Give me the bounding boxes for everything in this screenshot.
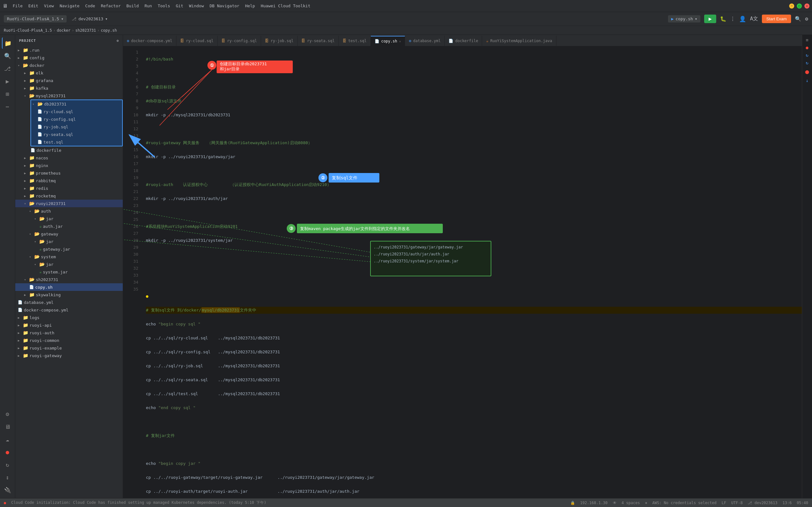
tree-item-system-jar-folder[interactable]: ▾ 📂 jar [15,261,123,268]
debug-icon[interactable]: 🐛 [720,16,726,22]
tree-item-kafka[interactable]: ▶ 📁 kafka [15,84,123,92]
tree-item-nacos[interactable]: ▶ 📁 nacos [15,154,123,162]
project-selector[interactable]: RuoYi-Cloud-PlusA_1.5 ▾ [4,15,67,22]
tree-item-ry-seata-sql[interactable]: 📄 ry-seata.sql [31,130,122,138]
tree-item-rocketmq[interactable]: ▶ 📁 rocketmq [15,192,123,200]
menu-code[interactable]: Code [83,2,98,9]
sidebar-icon-error[interactable]: ● [2,446,13,458]
tree-item-auth[interactable]: ▾ 📂 auth [15,207,123,215]
gear-icon[interactable]: ⚙ [116,39,119,43]
menu-refactor[interactable]: Refactor [98,2,123,9]
tree-item-ruoyi-example[interactable]: ▶ 📁 ruoyi-example [15,344,123,352]
tree-item-mysql2023731[interactable]: ▾ 📂 mysql2023731 [15,92,123,100]
sidebar-icon-run[interactable]: ▶ [2,75,13,87]
run-file-selector[interactable]: ▶ copy.sh ▾ [668,15,700,22]
warning-icon[interactable]: ↻ [806,53,808,58]
sidebar-icon-more[interactable]: ⋯ [2,101,13,112]
aws-status[interactable]: AWS: No credentials selected [653,501,716,505]
menu-run[interactable]: Run [142,2,154,9]
menu-huawei[interactable]: Huawei Cloud Toolkit [258,2,313,9]
run-button[interactable]: ▶ [704,14,716,23]
breadcrumb-item[interactable]: docker [57,28,70,33]
tree-item-ry-cloud-sql[interactable]: 📄 ry-cloud.sql [31,108,122,115]
user-icon[interactable]: 👤 [739,15,746,22]
sidebar-icon-plugins[interactable]: 🔌 [2,484,13,496]
tab-ruoyi-system-application[interactable]: ☕ RuoYiSystemApplication.java [482,36,556,46]
tree-item-test-sql[interactable]: 📄 test.sql [31,138,122,146]
sidebar-icon-settings[interactable]: ⚙ [2,408,13,419]
git-diff-icon[interactable]: ≡ [806,38,808,43]
start-exam-button[interactable]: Start Exam [762,14,791,23]
tree-item-auth-jar-folder[interactable]: ▾ 📂 jar [15,215,123,222]
tree-item-ruoyi-api[interactable]: ▶ 📁 ruoyi-api [15,321,123,329]
settings-icon[interactable]: ⚙ [805,16,808,22]
tree-item-gateway[interactable]: ▾ 📂 gateway [15,230,123,238]
tree-item-gateway-jar-folder[interactable]: ▾ 📂 jar [15,238,123,245]
tab-ry-cloud-sql[interactable]: 🗄 ry-cloud.sql [176,36,217,46]
menu-edit[interactable]: Edit [26,2,41,9]
menu-db-navigator[interactable]: DB Navigator [207,2,242,9]
more-options-icon[interactable]: ⋮ [730,16,735,22]
tab-ry-seata-sql[interactable]: 🗄 ry-seata.sql [298,36,339,46]
line-ending[interactable]: LF [722,501,726,505]
search-icon[interactable]: 🔍 [795,16,801,22]
tree-item-nginx[interactable]: ▶ 📁 nginx [15,162,123,169]
code-view[interactable]: #!/bin/bash # 创建目标目录 #db存放sql源文件 mkdir -… [141,46,802,498]
tab-docker-compose-yml[interactable]: ⚙ docker-compose.yml [123,36,176,46]
tree-item-elk[interactable]: ▶ 📁 elk [15,69,123,77]
tree-item-ruoyi-common[interactable]: ▶ 📁 ruoyi-common [15,337,123,344]
info-icon[interactable]: ↻ [806,60,808,65]
branch-selector[interactable]: ⎇ dev2023613 ▾ [72,16,107,21]
tree-item-redis[interactable]: ▶ 📁 redis [15,184,123,192]
arrow-icon[interactable]: ↓ [806,78,808,83]
tree-item-docker-compose-yml[interactable]: 📄 docker-compose.yml [15,306,123,314]
tab-copy-sh[interactable]: 📄 copy.sh ✕ [371,36,405,46]
sidebar-icon-project[interactable]: 📁 [2,38,13,49]
tree-item-system[interactable]: ▾ 📂 system [15,253,123,261]
close-button[interactable]: ✕ [804,3,809,9]
tab-close-icon[interactable]: ✕ [399,40,401,43]
tree-item-docker[interactable]: ▾ 📂 docker [15,61,123,69]
tree-item-gateway-jar[interactable]: ☕ gateway.jar [15,245,123,253]
tree-item-ry-job-sql[interactable]: 📄 ry-job.sql [31,123,122,130]
tree-item-ruoyi-auth[interactable]: ▶ 📁 ruoyi-auth [15,329,123,337]
error-dot-icon[interactable]: ● [805,68,809,75]
tree-item-ruoyi-gateway[interactable]: ▶ 📁 ruoyi-gateway [15,352,123,359]
tab-ry-config-sql[interactable]: 🗄 ry-config.sql [217,36,261,46]
sidebar-icon-search[interactable]: 🔍 [2,50,13,61]
sidebar-icon-git2[interactable]: ↕ [2,471,13,483]
sidebar-icon-extensions[interactable]: ⊞ [2,88,13,100]
tree-item-rabbitmq[interactable]: ▶ 📁 rabbitmq [15,177,123,184]
tree-item-ry-config-sql[interactable]: 📄 ry-config.sql [31,115,122,123]
tree-item-prometheus[interactable]: ▶ 📁 prometheus [15,169,123,177]
tree-item-database-yml[interactable]: 📄 database.yml [15,298,123,306]
breadcrumb-item[interactable]: RuoYi-Cloud-PlusA_1.5 [4,28,52,33]
tree-item-system-jar[interactable]: ☕ system.jar [15,268,123,276]
sidebar-icon-cloud[interactable]: ☁ [2,434,13,445]
tree-item-grafana[interactable]: ▶ 📁 grafana [15,77,123,84]
tree-item-copy-sh[interactable]: 📄 copy.sh [15,283,123,291]
menu-git[interactable]: Git [173,2,186,9]
tree-item-logs[interactable]: ▶ 📁 logs [15,314,123,321]
tree-item-config[interactable]: ▶ 📁 config [15,54,123,61]
menu-view[interactable]: View [42,2,56,9]
sidebar-icon-reload[interactable]: ↻ [2,459,13,470]
maximize-button[interactable]: □ [797,3,802,9]
branch-indicator[interactable]: ⎇ dev2023613 [748,501,777,505]
translate-icon[interactable]: A文 [750,15,758,22]
menu-build[interactable]: Build [124,2,142,9]
menu-tools[interactable]: Tools [155,2,172,9]
tree-item-ruoyi2023731[interactable]: ▾ 📂 ruoyi2023731 [15,200,123,207]
tab-test-sql[interactable]: 🗄 test.sql [339,36,371,46]
encoding[interactable]: UTF-8 [731,501,743,505]
tree-item-skywalking[interactable]: ▶ 📁 skywalking [15,291,123,298]
tree-item-run[interactable]: ▶ 📁 .run [15,46,123,54]
tree-item-sh2023731[interactable]: ▾ 📂 sh2023731 [15,276,123,283]
breadcrumb-item[interactable]: copy.sh [101,28,117,33]
tree-item-auth-jar[interactable]: ☕ auth.jar [15,222,123,230]
tree-item-dockerfile[interactable]: 📄 dockerfile [15,147,123,154]
menu-help[interactable]: Help [243,2,258,9]
menu-file[interactable]: File [10,2,25,9]
tab-dockerfile[interactable]: 📄 dockerfile [445,36,482,46]
spaces-indicator[interactable]: 4 spaces [622,501,640,505]
